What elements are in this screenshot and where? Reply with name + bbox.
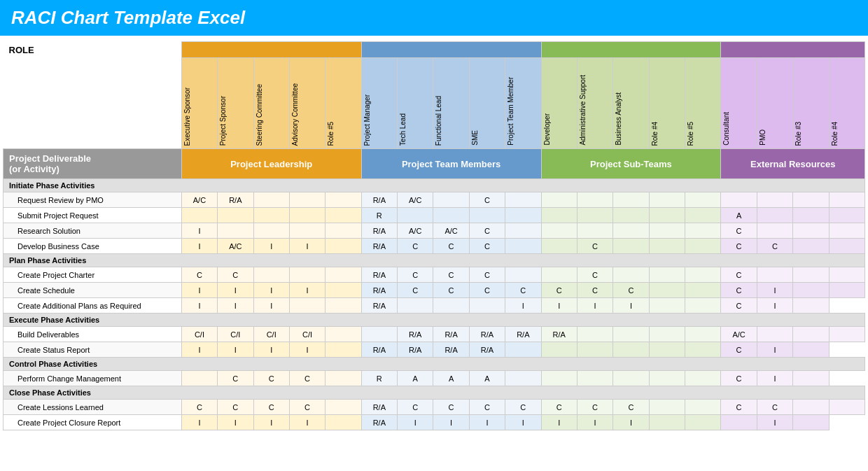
data-cell [218,223,253,239]
data-cell: I [218,298,253,314]
data-cell: C/I [181,327,217,342]
group-label-leadership: Project Leadership [181,149,361,179]
data-cell: C [289,371,325,386]
table-body: Initiate Phase ActivitiesRequest Review … [4,179,865,430]
table-row: Request Review by PMOA/CR/AR/AA/CC [4,192,865,208]
data-cell: I [181,239,217,254]
data-cell [685,298,721,314]
data-cell: C [757,239,792,254]
data-cell [829,223,865,239]
col-header-13: Role #4 [649,58,685,149]
data-cell [649,283,685,298]
data-cell [541,192,577,208]
data-cell [685,239,721,254]
data-cell: R/A [361,400,397,415]
table-row: Develop Business CaseIA/CIIR/ACCCCCC [4,239,865,254]
data-cell: C [577,283,612,298]
activity-cell: Create Additional Plans as Required [4,298,182,314]
data-cell [685,208,721,223]
data-cell [181,371,217,386]
col-header-6: Tech Lead [398,58,433,149]
data-cell [829,208,865,223]
data-cell [289,208,325,223]
data-cell [793,415,829,430]
activity-cell: Submit Project Request [4,208,182,223]
data-cell: C [721,283,757,298]
group-header-external [721,42,865,58]
table-row: Perform Change ManagementCCCRAAACI [4,371,865,386]
data-cell: C [433,283,469,298]
data-cell [613,208,649,223]
data-cell: C [721,342,757,358]
data-cell [829,327,865,342]
table-wrapper: ROLE Executive Sponsor Project Sponsor S… [0,36,868,433]
data-cell: I [541,298,577,314]
page-title: RACI Chart Template Excel [11,7,245,28]
table-row: Create Status ReportIIIIR/AR/AR/AR/ACI [4,342,865,358]
data-cell: I [289,283,325,298]
data-cell [326,342,361,358]
data-cell [398,298,433,314]
data-cell: I [181,283,217,298]
data-cell [433,208,469,223]
group-label-team: Project Team Members [361,149,541,179]
activity-cell: Develop Business Case [4,239,182,254]
data-cell [685,415,721,430]
data-cell [757,192,792,208]
table-row: Build DeliverablesC/IC/IC/IC/IR/AR/AR/AR… [4,327,865,342]
data-cell: I [218,415,253,430]
data-cell [577,208,612,223]
data-cell: R/A [361,192,397,208]
data-cell: R/A [218,192,253,208]
data-cell [253,267,289,283]
data-cell [613,327,649,342]
col-header-14: Role #5 [685,58,721,149]
data-cell: C [218,400,253,415]
data-cell: I [757,415,792,430]
data-cell: C [218,371,253,386]
data-cell: C [613,400,649,415]
section-label: Control Phase Activities [4,358,865,371]
data-cell [793,371,829,386]
col-header-16: PMO [757,58,792,149]
data-cell [577,327,612,342]
activity-cell: Create Project Closure Report [4,415,182,430]
data-cell: R/A [433,327,469,342]
data-cell [613,267,649,283]
data-cell: C [505,283,541,298]
data-cell: C/I [289,327,325,342]
section-row: Control Phase Activities [4,358,865,371]
data-cell [613,223,649,239]
data-cell: I [218,342,253,358]
data-cell [757,327,792,342]
data-cell: I [577,298,612,314]
data-cell [829,239,865,254]
data-cell [649,400,685,415]
data-cell: C [253,400,289,415]
data-cell [577,192,612,208]
data-cell: R/A [433,342,469,358]
col-header-10: Developer [541,58,577,149]
data-cell [253,223,289,239]
table-row: Create Additional Plans as RequiredIIIR/… [4,298,865,314]
raci-table: ROLE Executive Sponsor Project Sponsor S… [3,41,865,430]
data-cell: I [253,415,289,430]
section-row: Plan Phase Activities [4,254,865,267]
header-row-rotated: Executive Sponsor Project Sponsor Steeri… [4,58,865,149]
data-cell: C [721,239,757,254]
data-cell [505,342,541,358]
col-header-15: Consultant [721,58,757,149]
group-header-team [361,42,541,58]
data-cell [613,239,649,254]
data-cell: C [289,400,325,415]
data-cell [577,223,612,239]
data-cell [326,415,361,430]
data-cell [289,223,325,239]
data-cell [253,192,289,208]
group-label-external: External Resources [721,149,865,179]
data-cell: C [433,267,469,283]
activity-cell: Request Review by PMO [4,192,182,208]
data-cell: C [398,239,433,254]
data-cell: R/A [361,267,397,283]
data-cell [541,223,577,239]
